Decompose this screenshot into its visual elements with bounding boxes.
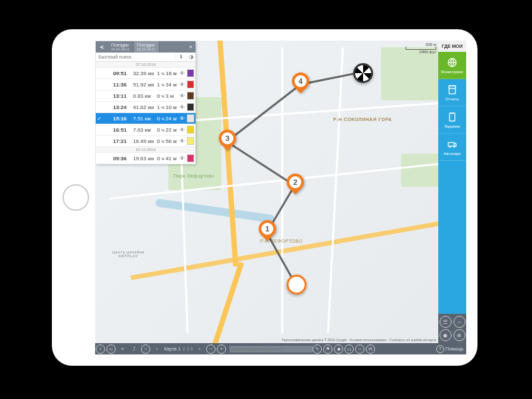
district-sokolinaya: Р-Н СОКОЛИНАЯ ГОРА — [333, 117, 392, 122]
nav-fleet[interactable]: Автопарк — [438, 134, 466, 161]
marker-icon[interactable]: ◆ — [334, 344, 343, 354]
nav-monitoring[interactable]: Мониторинг — [438, 52, 466, 79]
trip-duration: 1 ч 10 м — [157, 104, 180, 110]
svg-rect-1 — [449, 86, 455, 94]
target-icon[interactable]: ⊕ — [454, 329, 466, 341]
nav-label: Задания — [444, 124, 460, 128]
trip-time: 13:11 — [113, 93, 133, 99]
visibility-icon[interactable]: 👁 — [180, 70, 186, 76]
trip-distance: 32.39 км — [133, 70, 157, 76]
map-tab-label[interactable]: Карта 1 — [163, 346, 182, 351]
trip-distance: 7.63 км — [133, 127, 157, 133]
circle-icon[interactable]: ○ — [355, 344, 364, 354]
trip-row[interactable]: 09:3619.63 км0 ч 41 м👁 — [96, 153, 196, 164]
trips-tab-1[interactable]: Поездки14.10–29.11 — [108, 41, 134, 53]
trip-duration: 1 ч 18 м — [157, 70, 180, 76]
trip-row[interactable]: 16:517.63 км0 ч 22 м👁 — [96, 124, 196, 136]
zoom-in-icon[interactable]: + — [217, 344, 226, 354]
trip-color-swatch[interactable] — [187, 80, 194, 88]
nav-label: Автопарк — [444, 152, 461, 156]
trip-duration: 0 ч 24 м — [157, 116, 180, 122]
ruler-icon[interactable]: ↔ — [454, 316, 466, 328]
trip-row[interactable]: 11:3651.92 км1 ч 34 м👁 — [96, 79, 196, 90]
trip-row[interactable]: 13:2441.62 км1 ч 10 м👁 — [96, 102, 196, 113]
trips-tabbar: Поездки14.10–29.11 Поездки03.10–29.11 ✕ — [96, 41, 196, 53]
trip-row[interactable]: 17:2116.49 км0 ч 56 м👁 — [96, 136, 196, 147]
trip-row[interactable]: ✓15:167.51 км0 ч 24 м👁 — [96, 113, 196, 124]
trip-color-swatch[interactable] — [187, 92, 194, 100]
globe-icon[interactable]: ◉ — [440, 329, 452, 341]
park-lefortovo-label: Парк Лефортово — [174, 174, 214, 178]
brand-logo[interactable]: ГДЕ МОИ — [438, 41, 466, 52]
map-tab-next[interactable]: › — [194, 345, 205, 353]
area-icon[interactable]: ▭ — [344, 344, 354, 354]
trip-distance: 51.92 км — [133, 82, 157, 88]
home-button[interactable] — [63, 184, 89, 211]
route-waypoint-4[interactable]: 4 — [292, 72, 309, 90]
nav-label: Мониторинг — [441, 70, 463, 74]
trip-color-swatch[interactable] — [187, 69, 194, 77]
nav-tasks[interactable]: Задания — [438, 106, 466, 134]
share-icon[interactable]: ⤴ — [129, 345, 140, 353]
map-tab-prev[interactable]: ‹ — [152, 345, 162, 353]
route-waypoint-1[interactable]: 1 — [259, 220, 276, 237]
trip-color-swatch[interactable] — [187, 126, 194, 134]
nav-label: Отчеты — [446, 97, 460, 101]
trips-search-input[interactable] — [96, 53, 176, 61]
visibility-icon[interactable]: 👁 — [180, 93, 186, 99]
visibility-icon[interactable]: 👁 — [180, 104, 186, 110]
svg-rect-2 — [449, 86, 455, 88]
visibility-icon[interactable]: 👁 — [180, 116, 186, 122]
pencil-icon[interactable]: ✎ — [313, 344, 322, 354]
flag-icon[interactable]: ⚑ — [323, 344, 332, 354]
monitoring-icon — [447, 57, 458, 68]
trip-color-swatch[interactable] — [187, 154, 194, 162]
trips-tab-2[interactable]: Поездки03.10–29.11 — [134, 41, 160, 53]
route-waypoint-3[interactable]: 3 — [219, 130, 236, 147]
trip-row[interactable]: 09:5132.39 км1 ч 18 м👁 — [96, 68, 196, 79]
nav-arrow-icon[interactable] — [96, 41, 108, 53]
visibility-batch-icon[interactable]: ◑ — [186, 53, 196, 61]
poi-artplay: Центр дизайна ARTPLAY — [108, 250, 148, 258]
trip-duration: 0 ч 56 м — [157, 138, 180, 144]
route-start-pin[interactable] — [287, 275, 307, 295]
app-screen: Р-Н СОКОЛИНАЯ ГОРА Р-Н ЛЕФОРТОВО Парк Ле… — [95, 41, 466, 354]
info-icon[interactable]: i — [96, 344, 105, 354]
route-finish-pin[interactable] — [353, 63, 373, 83]
trip-time: 16:51 — [113, 127, 133, 133]
mail-icon[interactable]: ✉ — [366, 344, 375, 354]
svg-rect-4 — [448, 142, 454, 146]
trip-row[interactable]: 13:110.83 км0 ч 3 м👁 — [96, 90, 196, 102]
trip-color-swatch[interactable] — [187, 137, 194, 145]
trip-color-swatch[interactable] — [187, 114, 194, 122]
layers-icon[interactable]: ☰ — [440, 316, 452, 328]
reports-icon — [447, 84, 458, 96]
map-attribution: Картографические данные © 2016 Google · … — [282, 338, 436, 342]
trips-panel: Поездки14.10–29.11 Поездки03.10–29.11 ✕ … — [96, 41, 196, 164]
visibility-icon[interactable]: 👁 — [180, 82, 186, 88]
tasks-icon — [447, 112, 458, 123]
trip-distance: 7.51 км — [133, 116, 157, 122]
bottom-toolbar: i G ≡ ⤴ ○ ‹ Карта 1 2 3 4 › − + ✎ ⚑ ◆ ▭ … — [95, 343, 466, 354]
download-icon[interactable]: ⬇ — [176, 53, 186, 61]
right-sidebar: ГДЕ МОИ МониторингОтчетыЗаданияАвтопарк … — [438, 41, 466, 343]
trip-distance: 16.49 км — [133, 138, 157, 144]
trips-date-group: 07.10.2016 — [96, 62, 196, 68]
trip-time: 13:24 — [113, 104, 133, 110]
visibility-icon[interactable]: 👁 — [180, 127, 186, 133]
trip-color-swatch[interactable] — [187, 103, 194, 111]
visibility-icon[interactable]: 👁 — [180, 138, 186, 144]
visibility-icon[interactable]: 👁 — [180, 156, 186, 162]
google-icon[interactable]: G — [106, 344, 116, 354]
zoom-out-icon[interactable]: − — [206, 344, 215, 354]
close-icon[interactable]: ✕ — [186, 41, 196, 53]
help-button[interactable]: ?Помощь — [436, 345, 464, 353]
address-search-input[interactable] — [229, 346, 313, 352]
bars-icon[interactable]: ≡ — [117, 345, 128, 353]
nav-reports[interactable]: Отчеты — [438, 79, 466, 106]
trip-distance: 0.83 км — [133, 93, 157, 99]
map-tool-buttons: ☰ ↔ ◉ ⊕ — [438, 314, 466, 343]
trip-duration: 0 ч 41 м — [157, 156, 180, 162]
route-waypoint-2[interactable]: 2 — [287, 174, 304, 191]
locate-icon[interactable]: ○ — [141, 344, 150, 354]
